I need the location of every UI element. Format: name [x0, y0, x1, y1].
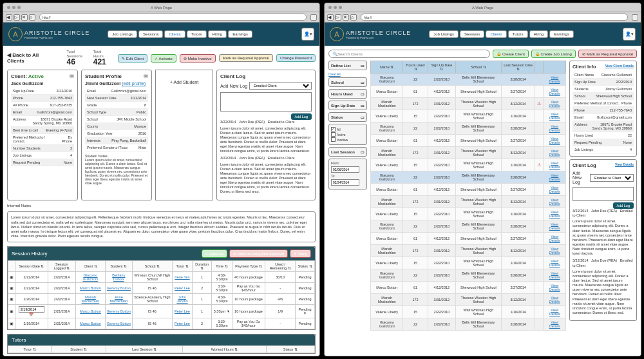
- add-log-button[interactable]: Add Log: [291, 113, 312, 120]
- table-row[interactable]: Mariah Maclachlan1723/31/2012Thomas Woot…: [371, 98, 566, 110]
- table-row[interactable]: Valerie Liberty152/22/2010Walt Whitman H…: [371, 306, 566, 318]
- tab-earnings[interactable]: Earnings: [549, 30, 574, 38]
- mark-required-approval-button[interactable]: ⊘ Mark as Required Approval: [229, 249, 288, 258]
- table-row[interactable]: Giacomo Guilizzoni222/22/2010Bells Mill …: [371, 171, 566, 184]
- home-icon[interactable]: ⌂: [29, 14, 35, 21]
- view-details-link[interactable]: View Details: [549, 271, 560, 279]
- view-details-link[interactable]: View Details: [549, 259, 560, 267]
- date-input[interactable]: [19, 306, 44, 313]
- link[interactable]: Giacomo Guilizzoni: [83, 273, 99, 281]
- link[interactable]: Marco Botton: [80, 286, 101, 290]
- view-details-link[interactable]: View Details: [549, 112, 560, 120]
- col-header[interactable]: Student ⇅: [52, 346, 106, 353]
- table-row[interactable]: Mariah Maclachlan1723/31/2012Thomas Woot…: [371, 196, 566, 208]
- view-details-link[interactable]: View Details: [549, 222, 560, 230]
- col-header[interactable]: Last Session Date ⇅: [501, 61, 535, 73]
- col-header[interactable]: Session Logged ⇅: [48, 261, 76, 272]
- checkbox[interactable]: [331, 137, 336, 142]
- table-row[interactable]: Valerie Liberty152/22/2010Walt Whitman H…: [371, 159, 566, 171]
- last-session-filter[interactable]: Last Session▭: [328, 147, 367, 157]
- from-date-input[interactable]: [331, 166, 359, 173]
- tab-tutors[interactable]: Tutors: [187, 30, 207, 38]
- forward-icon[interactable]: ▷: [14, 14, 20, 21]
- link[interactable]: Peter Lee: [175, 309, 190, 313]
- url-bar[interactable]: http://: [39, 14, 307, 21]
- view-details-link[interactable]: View Details: [549, 88, 560, 95]
- link[interactable]: John Jacobs: [176, 295, 187, 303]
- create-client-button[interactable]: 🔒 Create Client: [493, 50, 529, 58]
- col-header[interactable]: Status ⇅: [296, 261, 315, 272]
- view-details-link[interactable]: View Details: [549, 320, 560, 328]
- log-textarea[interactable]: [220, 92, 312, 112]
- filter-status[interactable]: Status▭: [328, 112, 367, 122]
- back-icon[interactable]: ◀: [327, 14, 334, 21]
- col-header[interactable]: Student ⇅: [105, 261, 132, 272]
- col-header[interactable]: School ⇅: [132, 261, 172, 272]
- edit-profile-link[interactable]: (edit profile): [122, 81, 146, 86]
- col-header[interactable]: Client ⇅: [76, 261, 106, 272]
- tab-hiring[interactable]: Hiring: [208, 30, 227, 38]
- tab-job-listings[interactable]: Job Listings: [108, 30, 137, 38]
- tab-tutors[interactable]: Tutors: [508, 30, 528, 38]
- link[interactable]: Peter Lee: [175, 286, 190, 290]
- link[interactable]: Anne Maclachlan: [109, 295, 128, 303]
- tab-hiring[interactable]: Hiring: [529, 30, 549, 38]
- tab-earnings[interactable]: Earnings: [228, 30, 252, 38]
- table-row[interactable]: Giacomo Guilizzoni222/22/2010Bells Mill …: [371, 269, 566, 282]
- table-row[interactable]: Valerie Liberty152/22/2010Walt Whitman H…: [371, 110, 566, 122]
- link[interactable]: Marco Botton: [80, 309, 101, 313]
- tab-sessions[interactable]: Sessions: [460, 30, 484, 38]
- back-to-clients[interactable]: ◀ Back to All Clients: [7, 52, 54, 64]
- col-header[interactable]: Status ⇅: [266, 346, 314, 353]
- envelope-icon[interactable]: ✉: [144, 73, 148, 79]
- tab-clients[interactable]: Clients: [486, 30, 506, 38]
- envelope-icon[interactable]: ✉: [70, 73, 74, 79]
- col-header[interactable]: Worked Hours ⇅: [183, 346, 266, 353]
- col-header[interactable]: Name ⇅: [371, 61, 403, 73]
- col-header[interactable]: [535, 61, 544, 73]
- col-header[interactable]: [544, 61, 566, 73]
- deny-button[interactable]: ✕ Deny: [290, 249, 311, 258]
- make-inactive-button[interactable]: ⊘ Make Inactive: [180, 54, 216, 63]
- col-header[interactable]: Hours Used ⇅: [403, 61, 428, 73]
- view-details-link[interactable]: View Details: [549, 100, 560, 108]
- url-bar[interactable]: http://: [361, 14, 628, 21]
- col-header[interactable]: Sign Up Date ⇅: [428, 61, 455, 73]
- col-header[interactable]: Tutor ⇅: [8, 346, 52, 353]
- view-details-link[interactable]: View Details: [549, 284, 560, 291]
- col-header[interactable]: Tutor ⇅: [172, 261, 192, 272]
- view-details-link[interactable]: View Details: [549, 308, 560, 316]
- col-header[interactable]: [8, 261, 15, 272]
- table-row[interactable]: Mariah Maclachlan1723/31/2012Thomas Woot…: [371, 147, 566, 159]
- table-row[interactable]: Marco Botton614/12/2012Sherwood High Sch…: [371, 135, 566, 147]
- close-icon[interactable]: ✕: [21, 14, 28, 21]
- add-log-button[interactable]: Add Log: [613, 202, 634, 209]
- view-details-link[interactable]: View Details: [549, 296, 560, 304]
- expand-icon[interactable]: ▣: [8, 272, 15, 283]
- view-details-link[interactable]: View Details: [549, 173, 560, 181]
- back-icon[interactable]: ◀: [6, 14, 12, 21]
- forward-icon[interactable]: ▷: [335, 14, 341, 21]
- view-client-details-link[interactable]: View Client Details: [605, 64, 634, 68]
- activate-button[interactable]: ✓ Activate: [151, 54, 176, 63]
- checkbox[interactable]: [331, 132, 336, 137]
- col-header[interactable]: School ⇅: [455, 61, 501, 73]
- link[interactable]: Geremy Botton: [107, 322, 131, 325]
- view-details-link[interactable]: View Details: [549, 186, 560, 193]
- link[interactable]: Geremy Botton: [107, 286, 131, 290]
- view-details-link[interactable]: View Details: [549, 75, 560, 83]
- filter-sign-up-date[interactable]: Sign Up Date▭: [328, 101, 367, 110]
- tab-sessions[interactable]: Sessions: [138, 30, 163, 38]
- create-job-listing-button[interactable]: 🔒 Create Job Listing: [531, 50, 576, 58]
- view-details-link[interactable]: View Details: [549, 247, 560, 255]
- table-row[interactable]: Valerie Liberty152/22/2010Walt Whitman H…: [371, 208, 566, 220]
- view-details-link[interactable]: View Details: [615, 162, 634, 166]
- link[interactable]: Bethany Dubois: [112, 273, 125, 281]
- link[interactable]: Geremy Botton: [107, 309, 131, 313]
- col-header[interactable]: Session Date ⇅: [15, 261, 48, 272]
- home-icon[interactable]: ⌂: [350, 14, 357, 21]
- expand-icon[interactable]: ▣: [8, 294, 15, 305]
- table-row[interactable]: Giacomo Guilizzoni222/22/2010Bells Mill …: [371, 73, 566, 86]
- table-row[interactable]: Giacomo Guilizzoni222/22/2010Bells Mill …: [371, 318, 566, 331]
- link[interactable]: Irene Yen: [175, 275, 189, 279]
